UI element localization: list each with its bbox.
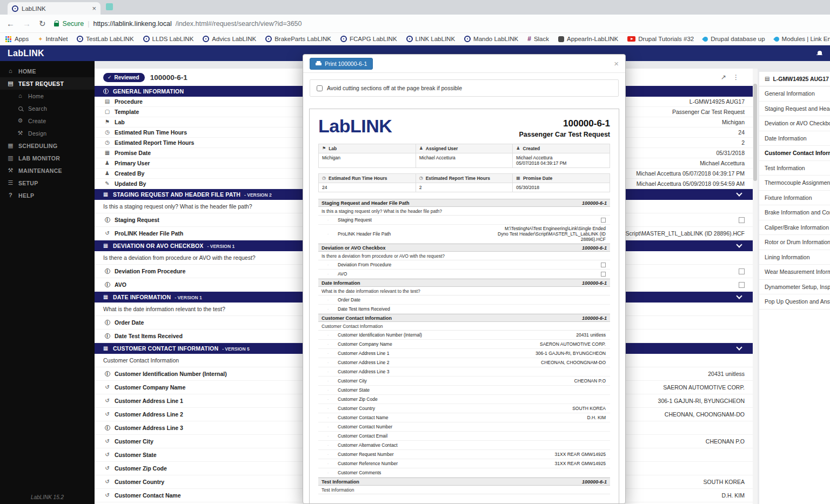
chevron-down-icon[interactable]: [736, 190, 742, 196]
doc-section: Date Information 100000-6-1 What is the …: [318, 279, 610, 314]
bookmark[interactable]: TestLab LabLINK: [77, 36, 133, 42]
bookmark-icon: [627, 36, 635, 42]
outline-item[interactable]: Wear Measurement Information: [759, 265, 830, 280]
field-label: Staging Request: [115, 217, 159, 223]
sidebar-item[interactable]: SCHEDULING: [0, 139, 95, 152]
bookmark[interactable]: Drupal Tutorials #32: [627, 36, 694, 42]
bookmark[interactable]: Drupal database up: [703, 36, 765, 42]
outline-item[interactable]: Pop Up Question and Answers: [759, 294, 830, 310]
browser-tab[interactable]: LabLINK: [8, 2, 101, 15]
outline-item[interactable]: General Information: [759, 86, 830, 102]
field-icon: [103, 109, 111, 115]
close-icon[interactable]: ×: [614, 59, 619, 68]
sidebar-item[interactable]: MAINTENANCE: [0, 164, 95, 177]
outline-item[interactable]: Staging Request and Header File Path: [759, 102, 830, 117]
section-version: - VERSION 1: [208, 244, 235, 249]
field-checkbox[interactable]: [739, 268, 745, 274]
field-icon: [103, 99, 111, 104]
bookmark-label: AppearIn-LabLINK: [567, 36, 618, 42]
bookmark-icon: [527, 36, 531, 42]
notifications-bell-icon[interactable]: [816, 51, 822, 56]
expand-icon[interactable]: [721, 74, 726, 80]
bookmark-icon: [340, 36, 347, 42]
sidebar-item[interactable]: Create: [0, 115, 95, 127]
section-title: DEVIATION OR AVO CHECKBOX: [113, 243, 204, 249]
outline-item[interactable]: Caliper/Brake Information: [759, 220, 830, 236]
doc-field-value: [600, 444, 606, 446]
doc-column-label: Estimated Run Time Hours: [329, 176, 387, 181]
overflow-icon[interactable]: [733, 74, 739, 80]
row-marker: [318, 351, 338, 356]
sidebar-item[interactable]: TEST REQUEST: [0, 77, 95, 90]
outline-item-label: Pop Up Question and Answers: [765, 298, 830, 305]
doc-field-label: Customer Address Line 3: [338, 369, 389, 374]
bookmark[interactable]: LLDS LabLINK: [143, 36, 194, 42]
chevron-down-icon[interactable]: [736, 293, 742, 299]
field-checkbox[interactable]: [739, 217, 745, 223]
sidebar-item[interactable]: SETUP: [0, 177, 95, 189]
section-title: GENERAL INFORMATION: [113, 88, 184, 95]
bookmark-icon: [702, 36, 709, 43]
doc-field-label: Customer City: [338, 378, 367, 384]
bookmark[interactable]: LINK LabLINK: [406, 36, 456, 42]
outline-item[interactable]: Lining Information: [759, 250, 830, 265]
forward-button[interactable]: [23, 19, 31, 28]
sidebar-item[interactable]: HELP: [0, 189, 95, 201]
doc-field-row: Deviation From Procedure: [318, 260, 610, 270]
outline-item[interactable]: Customer Contact Information: [759, 146, 830, 161]
reload-button[interactable]: [39, 19, 46, 28]
page-break-checkbox[interactable]: [317, 85, 323, 91]
outline-item[interactable]: Deviation or AVO Checkbox: [759, 116, 830, 131]
bookmark[interactable]: FCAPG LabLINK: [340, 36, 397, 42]
tab-close-icon[interactable]: [92, 5, 96, 12]
print-button[interactable]: Print 100000-6-1: [310, 58, 373, 70]
bookmark[interactable]: AppearIn-LabLINK: [558, 36, 618, 42]
field-label: ProLINK Header File Path: [115, 230, 183, 237]
tab-title: LabLINK: [22, 5, 89, 12]
bookmark[interactable]: Slack: [527, 36, 549, 42]
section-title: STAGING REQUEST AND HEADER FILE PATH: [113, 191, 240, 198]
outline-item[interactable]: Fixture Information: [759, 191, 830, 206]
field-checkbox[interactable]: [739, 282, 745, 288]
sidebar-item[interactable]: Design: [0, 127, 95, 139]
bookmark[interactable]: Advics LabLINK: [203, 36, 256, 42]
bookmark-icon: [406, 36, 413, 42]
field-icon: [103, 493, 111, 498]
outline-item[interactable]: Date Information: [759, 131, 830, 146]
bookmark[interactable]: IntraNet: [38, 36, 68, 42]
sidebar-item[interactable]: Search: [0, 102, 95, 115]
section-icon: [102, 243, 109, 248]
doc-field-row: Staging Request: [318, 216, 610, 225]
doc-section-title: Date Information: [322, 280, 360, 286]
address-bar[interactable]: Secure https://lablink.linkeng.local/ind…: [54, 20, 302, 28]
field-label: Deviation From Procedure: [115, 268, 185, 274]
outline-item[interactable]: Test Information: [759, 161, 830, 176]
field-label: Customer Address Line 1: [115, 398, 183, 404]
doc-column-label: Lab: [329, 146, 337, 151]
sidebar-item[interactable]: HOME: [0, 65, 95, 77]
scrollbar[interactable]: [753, 69, 758, 504]
field-icon: [103, 412, 111, 417]
sidebar-item[interactable]: Home: [0, 90, 95, 102]
outline-item[interactable]: Brake Information and Conditioning: [759, 205, 830, 220]
new-tab-button[interactable]: [106, 3, 113, 10]
bookmark[interactable]: Apps: [5, 36, 29, 43]
bookmark[interactable]: Modules | Link Engi: [774, 36, 830, 42]
outline-item[interactable]: Dynamometer Setup, Inspection: [759, 280, 830, 295]
doc-sections: Staging Request and Header File Path 100…: [318, 199, 610, 494]
back-button[interactable]: [6, 19, 15, 28]
doc-section-title: Deviation or AVO Checkbox: [322, 245, 386, 251]
scrollbar-thumb[interactable]: [753, 84, 757, 181]
bookmark[interactable]: Mando LabLINK: [464, 36, 518, 42]
doc-section-title: Staging Request and Header File Path: [322, 200, 410, 206]
doc-section-question: What is the date information relevant to…: [318, 287, 610, 295]
outline-item[interactable]: Thermocouple Assignment: [759, 176, 830, 191]
doc-field-row: Customer Identification Number (Internal…: [318, 331, 610, 340]
chevron-down-icon[interactable]: [736, 344, 742, 350]
chevron-down-icon[interactable]: [736, 241, 742, 247]
sidebar-item[interactable]: LAB MONITOR: [0, 152, 95, 164]
bookmark[interactable]: BrakeParts LabLINK: [265, 36, 331, 42]
row-marker: [318, 232, 338, 237]
outline-item[interactable]: Rotor or Drum Information: [759, 235, 830, 250]
doc-section-header: Customer Contact Information 100000-6-1: [318, 314, 610, 322]
